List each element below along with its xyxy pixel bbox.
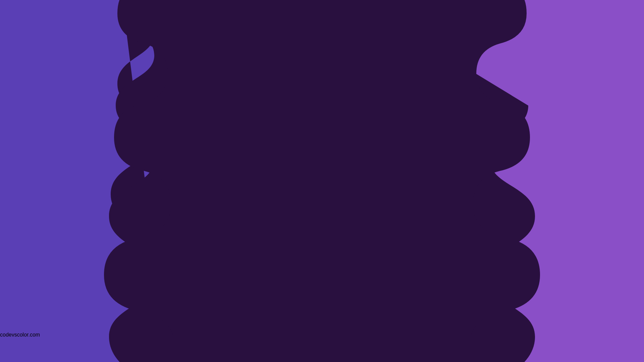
center-blob	[0, 0, 644, 362]
